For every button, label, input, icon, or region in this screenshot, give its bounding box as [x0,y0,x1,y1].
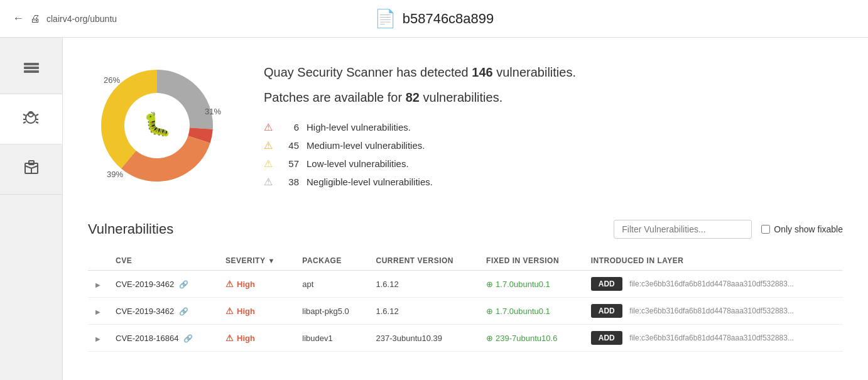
sidebar [0,38,63,380]
cve-id-1: CVE-2019-3462 [116,280,174,289]
fixable-filter-label[interactable]: Only show fixable [761,224,843,234]
package-1: apt [295,271,368,298]
layer-cell-3: ADD file:c3e6bb316dfa6b81dd4478aaa310df5… [583,325,843,352]
package-3: libudev1 [295,325,368,352]
add-button-1[interactable]: ADD [591,277,622,291]
table-row: ▶ CVE-2019-3462 🔗 ⚠ High libapt-pkg5.0 [88,298,843,325]
donut-label-negligible: 26% [104,75,120,85]
vulnerabilities-table: CVE SEVERITY ▼ PACKAGE CURRENT V [88,251,843,352]
th-current-version: CURRENT VERSION [369,251,479,271]
layer-text-1: file:c3e6bb316dfa6b81dd4478aaa310df53288… [629,280,794,288]
add-button-3[interactable]: ADD [591,331,622,345]
svg-line-5 [23,114,26,116]
low-label: Low-level vulnerabilities. [307,158,409,169]
breadcrumb: clairv4-org/ubuntu [46,14,117,24]
external-link-icon-2[interactable]: 🔗 [179,307,188,316]
page-title: b58746c8a899 [403,11,494,27]
severity-badge-2: ⚠ High [225,306,287,316]
warning-low-icon: ⚠ [264,158,273,170]
donut-label-medium: 31% [205,107,221,116]
patches-suffix: vulnerabilities. [423,90,503,104]
layer-text-2: file:c3e6bb316dfa6b81dd4478aaa310df53288… [629,307,794,315]
fix-icon-2: ⊕ [486,307,493,316]
severity-warning-icon-2: ⚠ [225,306,234,316]
external-link-icon-3[interactable]: 🔗 [183,334,193,343]
back-button[interactable]: ← [13,12,24,25]
th-fixed-version: FIXED IN VERSION [479,251,583,271]
svg-text:🐛: 🐛 [143,111,171,138]
fixed-version-1: ⊕ 1.7.0ubuntu0.1 [486,280,576,289]
negligible-label: Negligible-level vulnerabilities. [307,176,433,187]
fix-icon-1: ⊕ [486,280,493,289]
fixable-text: Only show fixable [774,224,843,234]
sidebar-item-layers[interactable] [0,44,62,94]
stat-high: ⚠ 6 High-level vulnerabilities. [264,121,843,133]
th-expand [88,251,108,271]
severity-badge-1: ⚠ High [225,279,287,289]
package-2: libapt-pkg5.0 [295,298,368,325]
sort-icon: ▼ [268,257,274,264]
svg-rect-1 [24,67,39,69]
layer-text-3: file:c3e6bb316dfa6b81dd4478aaa310df53288… [629,334,794,342]
svg-line-6 [36,114,38,116]
th-cve: CVE [108,251,218,271]
expand-row-2[interactable]: ▶ [95,308,100,315]
svg-rect-2 [24,70,39,73]
add-button-2[interactable]: ADD [591,304,622,318]
bug-icon [21,107,41,131]
medium-count: 45 [280,140,299,151]
expand-row-3[interactable]: ▶ [95,335,100,342]
header-left: ← 🖨 clairv4-org/ubuntu [13,12,117,25]
package-icon [21,157,41,182]
summary-section: 🐛 26% 31% 39% Quay Security Scanner has … [88,57,843,195]
warning-negligible-icon: ⚠ [264,176,273,188]
svg-point-3 [26,113,36,123]
svg-line-9 [23,122,26,123]
stat-low: ⚠ 57 Low-level vulnerabilities. [264,158,843,170]
expand-row-1[interactable]: ▶ [95,281,100,288]
vuln-section-header: Vulnerabilities Only show fixable [88,220,843,239]
vuln-controls: Only show fixable [614,220,843,239]
high-count: 6 [280,122,299,133]
cve-id-3: CVE-2018-16864 [116,334,178,343]
printer-icon[interactable]: 🖨 [30,13,40,24]
external-link-icon-1[interactable]: 🔗 [179,280,188,289]
svg-line-10 [36,122,38,123]
fix-icon-3: ⊕ [486,334,493,343]
filter-vulnerabilities-input[interactable] [614,220,752,239]
summary-text: Quay Security Scanner has detected 146 v… [264,63,843,188]
sidebar-item-packages[interactable] [0,144,62,195]
stat-negligible: ⚠ 38 Negligible-level vulnerabilities. [264,176,843,188]
fixed-version-3: ⊕ 239-7ubuntu10.6 [486,334,576,343]
current-version-3: 237-3ubuntu10.39 [369,325,479,352]
detected-count: 146 [472,65,492,79]
table-row: ▶ CVE-2018-16864 🔗 ⚠ High libudev1 [88,325,843,352]
current-version-1: 1.6.12 [369,271,479,298]
layer-cell-2: ADD file:c3e6bb316dfa6b81dd4478aaa310df5… [583,298,843,325]
severity-badge-3: ⚠ High [225,333,287,343]
severity-warning-icon-1: ⚠ [225,279,234,289]
patches-text: Patches are available for 82 vulnerabili… [264,89,843,106]
svg-rect-0 [24,63,39,65]
stat-medium: ⚠ 45 Medium-level vulnerabilities. [264,139,843,151]
patches-prefix: Patches are available for [264,90,402,104]
fixable-checkbox[interactable] [761,225,770,234]
table-row: ▶ CVE-2019-3462 🔗 ⚠ High apt 1.6. [88,271,843,298]
low-count: 57 [280,158,299,169]
donut-chart: 🐛 26% 31% 39% [88,57,226,195]
table-body: ▶ CVE-2019-3462 🔗 ⚠ High apt 1.6. [88,271,843,352]
high-label: High-level vulnerabilities. [307,122,411,133]
detected-text: Quay Security Scanner has detected 146 v… [264,63,843,81]
th-severity[interactable]: SEVERITY ▼ [218,251,295,271]
file-icon: 📄 [374,8,396,29]
current-version-2: 1.6.12 [369,298,479,325]
header-center: 📄 b58746c8a899 [374,8,494,29]
cve-id-2: CVE-2019-3462 [116,307,174,316]
sidebar-item-security[interactable] [0,94,62,144]
fixed-version-2: ⊕ 1.7.0ubuntu0.1 [486,307,576,316]
severity-warning-icon-3: ⚠ [225,333,234,343]
th-package: PACKAGE [295,251,368,271]
negligible-count: 38 [280,176,299,187]
donut-label-low: 39% [107,170,123,179]
main-layout: 🐛 26% 31% 39% Quay Security Scanner has … [0,38,868,380]
